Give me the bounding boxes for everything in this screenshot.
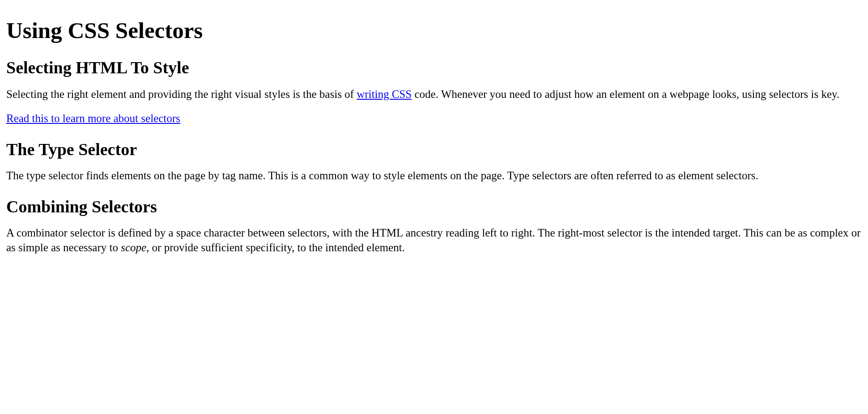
- section-heading-selecting: Selecting HTML To Style: [6, 58, 862, 78]
- intro-paragraph: Selecting the right element and providin…: [6, 87, 862, 102]
- combining-text-after: , or provide sufficient specificity, to …: [146, 241, 405, 253]
- writing-css-link[interactable]: writing CSS: [357, 88, 412, 100]
- section-heading-combining: Combining Selectors: [6, 197, 862, 217]
- scope-emphasis: scope: [121, 241, 146, 253]
- more-link-paragraph: Read this to learn more about selectors: [6, 111, 862, 126]
- intro-text-after: code. Whenever you need to adjust how an…: [412, 88, 839, 100]
- learn-more-selectors-link[interactable]: Read this to learn more about selectors: [6, 112, 180, 124]
- section-heading-type-selector: The Type Selector: [6, 139, 862, 160]
- intro-text-before: Selecting the right element and providin…: [6, 88, 357, 100]
- type-selector-paragraph: The type selector finds elements on the …: [6, 169, 862, 183]
- page-title: Using CSS Selectors: [6, 17, 862, 44]
- combining-paragraph: A combinator selector is defined by a sp…: [6, 226, 862, 255]
